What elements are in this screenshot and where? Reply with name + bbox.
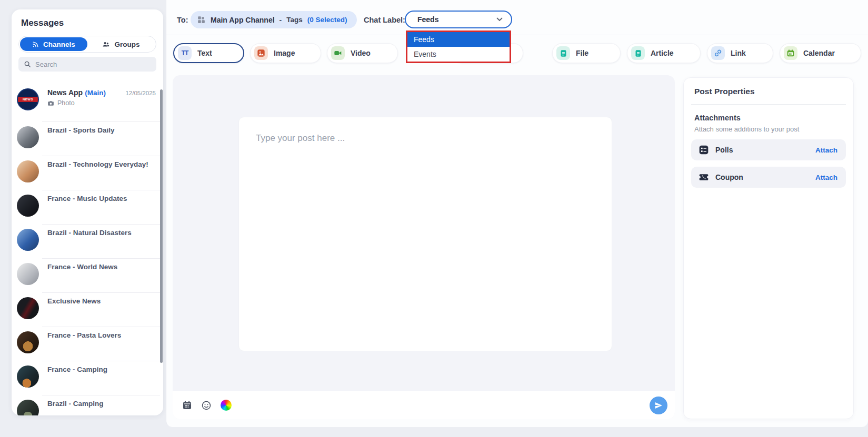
channel-list-item[interactable]: France - World News <box>12 259 163 293</box>
tab-article[interactable]: Article <box>627 43 701 63</box>
channel-list-item[interactable]: Brazil - Sports Daily <box>12 122 163 156</box>
compose-topbar: To: Main App Channel - Tags (0 Selected)… <box>166 0 868 35</box>
post-editor: Type your post here ... <box>173 75 675 419</box>
tab-label: File <box>576 49 588 57</box>
dropdown-option-label: Feeds <box>414 35 434 44</box>
chat-label-selected-value: Feeds <box>417 15 438 24</box>
video-icon <box>331 46 345 60</box>
attachment-row-polls: Polls Attach <box>691 139 846 160</box>
channel-name: News App <box>47 88 83 97</box>
channel-name: France - Music Updates <box>47 195 127 202</box>
channel-name: France - Pasta Lovers <box>47 331 121 339</box>
channels-groups-toggle: Channels Groups <box>18 36 156 53</box>
tags-count[interactable]: (0 Selected) <box>307 16 347 24</box>
channel-name: Brazil - Sports Daily <box>47 126 115 134</box>
coupon-icon <box>699 172 709 182</box>
chat-label-select[interactable]: Feeds <box>405 11 512 28</box>
editor-toolbar <box>173 391 675 419</box>
send-button[interactable] <box>650 397 667 414</box>
tab-file[interactable]: File <box>552 43 621 63</box>
attach-coupon-link[interactable]: Attach <box>815 174 837 181</box>
channel-name: France - Camping <box>47 365 107 373</box>
channel-name: Exclusive News <box>47 297 101 305</box>
dropdown-option-label: Events <box>414 50 436 58</box>
post-text-area[interactable]: Type your post here ... <box>238 117 612 351</box>
channel-avatar: NEWS <box>17 88 39 110</box>
channel-name: France - World News <box>47 263 117 271</box>
tab-video[interactable]: Video <box>327 43 398 63</box>
recipient-pill[interactable]: Main App Channel - Tags (0 Selected) <box>191 11 357 28</box>
tab-label: Link <box>731 49 746 57</box>
messages-sidebar: Messages Channels Groups <box>12 9 163 415</box>
tab-label: Article <box>651 49 674 57</box>
schedule-calendar-icon[interactable] <box>182 400 192 410</box>
sidebar-title: Messages <box>21 18 154 28</box>
channel-date: 12/05/2025 <box>125 90 156 96</box>
tab-calendar[interactable]: Calendar <box>780 43 861 63</box>
tab-image[interactable]: Image <box>250 43 321 63</box>
recipient-separator: - <box>280 16 282 24</box>
groups-toggle-button[interactable]: Groups <box>87 37 155 51</box>
channel-list-item[interactable]: NEWS News App (Main) 12/05/2025 Phot <box>12 84 163 122</box>
chat-label: Chat Label: <box>364 16 405 24</box>
image-icon <box>254 46 268 60</box>
post-placeholder: Type your post here ... <box>256 133 595 144</box>
link-icon <box>711 46 725 60</box>
channel-name-suffix: (Main) <box>85 89 106 97</box>
channel-avatar <box>17 365 39 388</box>
tab-label: Text <box>197 49 212 57</box>
channel-avatar <box>17 263 39 285</box>
chevron-down-icon <box>496 17 503 22</box>
color-wheel-icon[interactable] <box>221 400 232 411</box>
tab-label: Image <box>274 49 295 57</box>
recipient-name: Main App Channel <box>211 16 275 24</box>
channels-toggle-button[interactable]: Channels <box>20 37 87 51</box>
groups-icon <box>102 40 110 48</box>
channel-avatar <box>17 400 39 415</box>
channel-list-item[interactable]: Brazil - Technology Everyday! <box>12 156 163 190</box>
sidebar-scrollbar[interactable] <box>160 89 163 363</box>
file-icon <box>556 46 570 60</box>
channel-list-item[interactable]: France - Camping <box>12 361 163 395</box>
dropdown-option[interactable]: Feeds <box>407 32 510 47</box>
rss-icon <box>32 41 39 48</box>
page: To: Main App Channel - Tags (0 Selected)… <box>0 0 868 437</box>
channel-avatar <box>17 229 39 251</box>
channel-avatar <box>17 297 39 319</box>
channel-list-item[interactable]: Brazil - Natural Disasters <box>12 225 163 259</box>
channel-name: Brazil - Natural Disasters <box>47 229 132 237</box>
chat-label-dropdown-menu: Feeds Events <box>406 31 511 63</box>
tab-link[interactable]: Link <box>707 43 773 63</box>
to-label: To: <box>177 16 188 24</box>
channel-list-item[interactable]: France - Pasta Lovers <box>12 327 163 361</box>
emoji-icon[interactable] <box>201 400 212 411</box>
channel-list: NEWS News App (Main) 12/05/2025 Phot <box>12 84 163 415</box>
main-surface: To: Main App Channel - Tags (0 Selected)… <box>166 0 868 427</box>
attachment-label: Coupon <box>715 173 743 181</box>
camera-icon <box>47 100 54 107</box>
groups-toggle-label: Groups <box>114 40 139 48</box>
attachment-row-coupon: Coupon Attach <box>691 167 846 188</box>
attachments-subtitle: Attach some additions to your post <box>694 125 843 133</box>
search-box <box>18 57 156 72</box>
tags-label: Tags <box>286 16 303 24</box>
channel-list-item[interactable]: Exclusive News <box>12 293 163 327</box>
channel-avatar <box>17 126 39 148</box>
tab-text[interactable]: TT Text <box>173 43 244 63</box>
attach-polls-link[interactable]: Attach <box>815 146 837 154</box>
article-icon <box>631 46 645 60</box>
dropdown-option[interactable]: Events <box>407 47 510 62</box>
channel-avatar <box>17 195 39 217</box>
post-properties-panel: Post Properties Attachments Attach some … <box>683 77 854 419</box>
channel-avatar <box>17 160 39 182</box>
attachments-title: Attachments <box>694 114 843 122</box>
channel-name: Brazil - Technology Everyday! <box>47 160 148 168</box>
tab-label: Calendar <box>803 49 835 57</box>
channel-name: Brazil - Camping <box>47 400 104 408</box>
grid-icon <box>197 15 206 24</box>
channel-list-item[interactable]: Brazil - Camping <box>12 395 163 415</box>
channel-list-item[interactable]: France - Music Updates <box>12 190 163 225</box>
search-input[interactable] <box>35 60 151 68</box>
tab-label: Video <box>351 49 371 57</box>
polls-icon <box>699 145 709 155</box>
